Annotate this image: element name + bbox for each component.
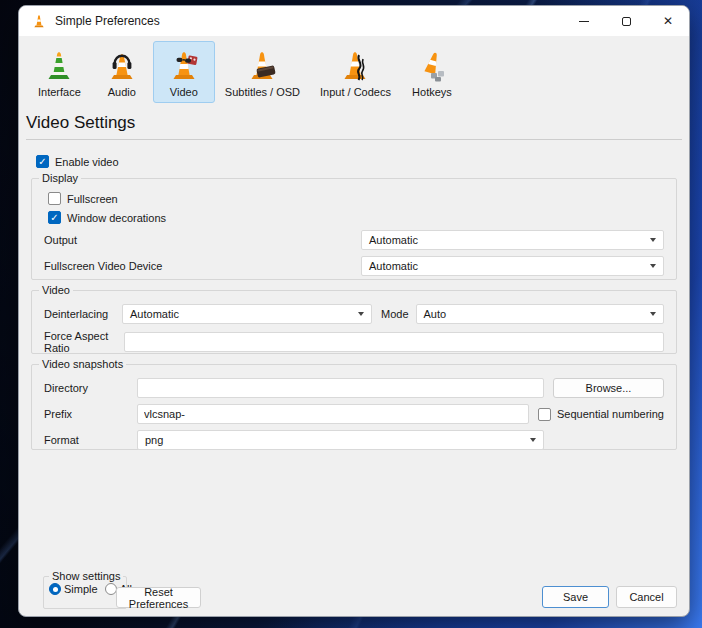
cancel-button[interactable]: Cancel	[616, 586, 677, 608]
fullscreen-label: Fullscreen	[67, 193, 118, 205]
display-groupbox: Display Fullscreen Window decorations Ou…	[31, 178, 677, 280]
chevron-down-icon	[530, 438, 536, 442]
mode-label: Mode	[381, 308, 409, 320]
force-aspect-ratio-label: Force Aspect Ratio	[44, 330, 124, 354]
window-decorations-row: Window decorations	[48, 211, 664, 224]
tab-label: Interface	[38, 86, 81, 98]
sequential-numbering-row[interactable]: Sequential numbering	[538, 408, 664, 421]
minimize-button[interactable]	[563, 6, 605, 36]
fullscreen-checkbox[interactable]	[48, 192, 61, 205]
maximize-icon	[622, 17, 631, 26]
prefix-input[interactable]	[137, 404, 529, 424]
minimize-icon	[579, 21, 589, 22]
titlebar: Simple Preferences ✕	[19, 6, 689, 36]
chevron-down-icon	[650, 264, 656, 268]
tab-label: Subtitles / OSD	[225, 86, 300, 98]
tab-hotkeys[interactable]: Hotkeys	[401, 41, 463, 103]
fullscreen-video-device-value: Automatic	[369, 260, 418, 272]
video-cone-icon	[166, 47, 202, 83]
simple-preferences-window: Simple Preferences ✕ Interface	[18, 5, 690, 617]
enable-video-checkbox-row[interactable]: Enable video	[36, 155, 689, 168]
fullscreen-row: Fullscreen	[48, 192, 664, 205]
browse-button[interactable]: Browse...	[553, 378, 664, 398]
video-snapshots-groupbox: Video snapshots Directory Browse... Pref…	[31, 364, 677, 450]
tab-video[interactable]: Video	[153, 41, 215, 103]
video-snapshots-group-title: Video snapshots	[39, 358, 126, 370]
window-decorations-label: Window decorations	[67, 212, 166, 224]
sequential-numbering-label: Sequential numbering	[557, 408, 664, 420]
mode-value: Auto	[424, 308, 447, 320]
tab-label: Video	[170, 86, 198, 98]
video-groupbox: Video Deinterlacing Automatic Mode Auto …	[31, 290, 677, 354]
hotkeys-cone-icon	[414, 47, 450, 83]
window-decorations-checkbox[interactable]	[48, 211, 61, 224]
close-icon: ✕	[663, 15, 673, 27]
deinterlacing-combobox[interactable]: Automatic	[122, 304, 372, 324]
deinterlacing-value: Automatic	[130, 308, 179, 320]
reset-preferences-button[interactable]: Reset Preferences	[116, 587, 201, 608]
output-value: Automatic	[369, 234, 418, 246]
window-title: Simple Preferences	[55, 14, 160, 28]
format-row: Format png	[44, 430, 664, 450]
format-label: Format	[44, 434, 137, 446]
maximize-button[interactable]	[605, 6, 647, 36]
directory-label: Directory	[44, 382, 137, 394]
heading-divider	[26, 139, 682, 140]
audio-cone-icon	[104, 47, 140, 83]
force-aspect-ratio-input[interactable]	[124, 332, 664, 352]
show-settings-title: Show settings	[49, 570, 123, 582]
interface-cone-icon	[41, 47, 77, 83]
chevron-down-icon	[650, 238, 656, 242]
output-label: Output	[44, 234, 77, 246]
sequential-numbering-checkbox[interactable]	[538, 408, 551, 421]
format-combobox[interactable]: png	[137, 430, 544, 450]
chevron-down-icon	[650, 312, 656, 316]
chevron-down-icon	[358, 312, 364, 316]
tab-label: Input / Codecs	[320, 86, 391, 98]
deinterlacing-label: Deinterlacing	[44, 308, 122, 320]
prefix-row: Prefix Sequential numbering	[44, 404, 664, 424]
mode-combobox[interactable]: Auto	[416, 304, 664, 324]
fullscreen-video-device-combobox[interactable]: Automatic	[361, 256, 664, 276]
simple-radio[interactable]	[49, 583, 61, 595]
tab-label: Audio	[108, 86, 136, 98]
subtitles-cone-icon	[244, 47, 280, 83]
tab-label: Hotkeys	[412, 86, 452, 98]
tab-subtitles-osd[interactable]: Subtitles / OSD	[215, 41, 310, 103]
tab-input-codecs[interactable]: Input / Codecs	[310, 41, 401, 103]
prefix-label: Prefix	[44, 408, 137, 420]
save-button[interactable]: Save	[542, 586, 609, 608]
show-settings-groupbox: Show settings Simple All	[43, 576, 127, 609]
footer: Show settings Simple All Reset Preferenc…	[19, 570, 689, 616]
all-radio[interactable]	[105, 583, 117, 595]
output-row: Output Automatic	[44, 230, 664, 250]
window-controls: ✕	[563, 6, 689, 36]
deinterlacing-row: Deinterlacing Automatic Mode Auto	[44, 304, 664, 324]
output-combobox[interactable]: Automatic	[361, 230, 664, 250]
format-value: png	[145, 434, 163, 446]
enable-video-checkbox[interactable]	[36, 155, 49, 168]
force-aspect-ratio-row: Force Aspect Ratio	[44, 330, 664, 354]
preferences-toolbar: Interface Audio	[19, 36, 689, 105]
directory-input[interactable]	[137, 378, 544, 398]
enable-video-label: Enable video	[55, 156, 119, 168]
page-title: Video Settings	[26, 113, 681, 133]
input-codecs-cone-icon	[337, 47, 373, 83]
close-button[interactable]: ✕	[647, 6, 689, 36]
fullscreen-video-device-label: Fullscreen Video Device	[44, 260, 162, 272]
tab-audio[interactable]: Audio	[91, 41, 153, 103]
vlc-cone-icon	[31, 13, 47, 29]
display-group-title: Display	[39, 172, 81, 184]
directory-row: Directory Browse...	[44, 378, 664, 398]
video-group-title: Video	[39, 284, 73, 296]
simple-radio-label: Simple	[64, 583, 98, 595]
fullscreen-video-device-row: Fullscreen Video Device Automatic	[44, 256, 664, 276]
tab-interface[interactable]: Interface	[28, 41, 91, 103]
